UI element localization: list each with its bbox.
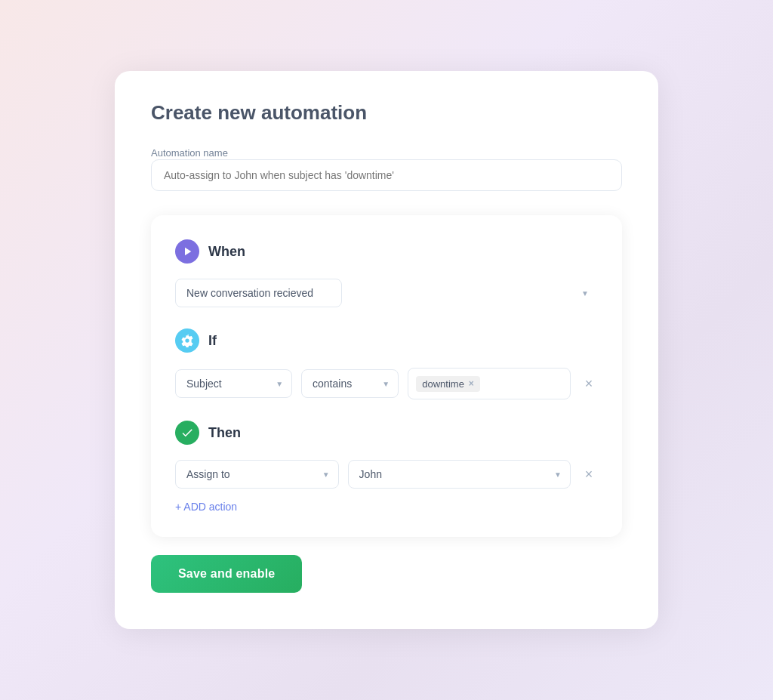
play-icon [180,245,194,258]
when-dropdown-wrapper[interactable]: New conversation recieved Conversation u… [175,279,598,307]
when-section-header: When [175,239,598,264]
when-title: When [208,244,245,260]
then-action-wrapper[interactable]: Assign to Send email Add label Set statu… [175,460,339,489]
if-tag-remove[interactable]: × [469,378,474,389]
then-action-dropdown[interactable]: Assign to Send email Add label Set statu… [175,460,339,489]
then-title: Then [208,425,241,441]
if-section-header: If [175,328,598,353]
page-title: Create new automation [151,101,622,125]
then-value-dropdown[interactable]: John Alice Bob Unassigned [348,460,571,489]
check-icon [180,426,194,439]
then-section-header: Then [175,421,598,445]
if-title: If [208,333,217,349]
then-value-wrapper[interactable]: John Alice Bob Unassigned [348,460,571,489]
save-enable-button[interactable]: Save and enable [151,555,302,593]
if-row-delete[interactable]: × [580,375,598,393]
when-icon [175,239,199,264]
conditions-card: When New conversation recieved Conversat… [151,215,622,537]
add-action-button[interactable]: + ADD action [175,501,598,513]
if-value-input[interactable]: downtime × [408,368,571,399]
then-row-delete[interactable]: × [580,465,598,483]
then-icon [175,421,199,445]
gear-icon [180,334,194,347]
if-tag-value: downtime [422,378,464,390]
if-contains-wrapper[interactable]: contains does not contain equals starts … [301,369,399,398]
if-row: Subject Status Assignee Priority contain… [175,368,598,399]
if-subject-wrapper[interactable]: Subject Status Assignee Priority [175,369,292,398]
automation-name-input[interactable] [151,159,622,191]
svg-marker-0 [185,248,191,256]
if-tag: downtime × [416,376,480,392]
then-row: Assign to Send email Add label Set statu… [175,460,598,489]
when-dropdown[interactable]: New conversation recieved Conversation u… [175,279,342,307]
if-subject-dropdown[interactable]: Subject Status Assignee Priority [175,369,292,398]
main-card: Create new automation Automation name Wh… [115,71,658,629]
if-icon [175,328,199,353]
if-condition-dropdown[interactable]: contains does not contain equals starts … [301,369,399,398]
automation-name-label: Automation name [151,147,228,159]
